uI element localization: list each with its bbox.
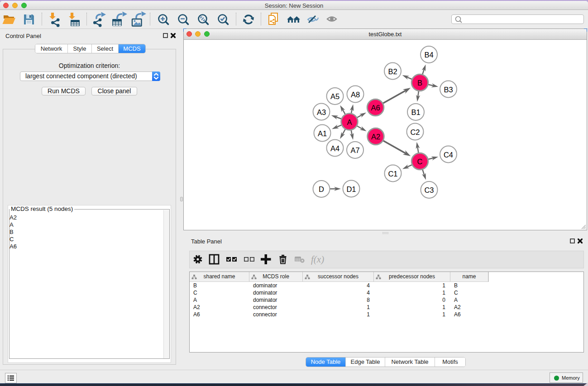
- svg-text:B4: B4: [424, 51, 433, 59]
- svg-text:B1: B1: [411, 108, 420, 116]
- svg-text:C4: C4: [444, 151, 453, 159]
- svg-text:C1: C1: [388, 170, 397, 178]
- svg-text:A2: A2: [371, 133, 380, 141]
- svg-text:D: D: [319, 185, 324, 193]
- svg-text:A8: A8: [351, 91, 360, 99]
- svg-text:C2: C2: [410, 128, 420, 136]
- svg-text:A4: A4: [330, 144, 339, 152]
- svg-text:B2: B2: [388, 67, 397, 76]
- svg-text:C3: C3: [424, 186, 434, 194]
- svg-text:C: C: [417, 157, 423, 166]
- svg-text:A7: A7: [350, 146, 359, 154]
- svg-text:B: B: [417, 79, 422, 87]
- svg-text:A6: A6: [371, 104, 380, 112]
- svg-text:D1: D1: [346, 185, 356, 193]
- svg-text:A3: A3: [317, 108, 326, 116]
- svg-text:A1: A1: [318, 129, 327, 138]
- svg-text:A: A: [347, 118, 352, 126]
- svg-text:A5: A5: [330, 92, 339, 100]
- svg-text:B3: B3: [444, 86, 453, 94]
